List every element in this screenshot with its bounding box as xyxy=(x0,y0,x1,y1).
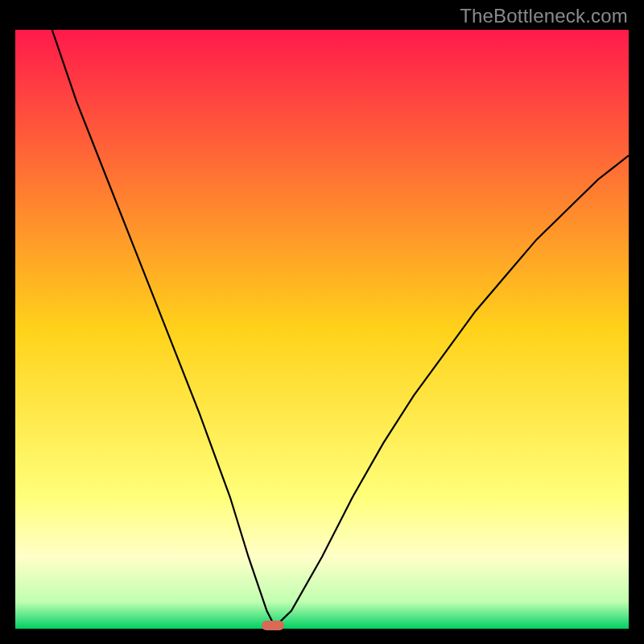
chart-frame xyxy=(12,27,632,632)
chart-svg xyxy=(15,30,629,629)
plot-area xyxy=(15,30,629,629)
bottleneck-marker xyxy=(262,621,284,630)
gradient-background xyxy=(15,30,629,629)
watermark-text: TheBottleneck.com xyxy=(460,5,628,27)
